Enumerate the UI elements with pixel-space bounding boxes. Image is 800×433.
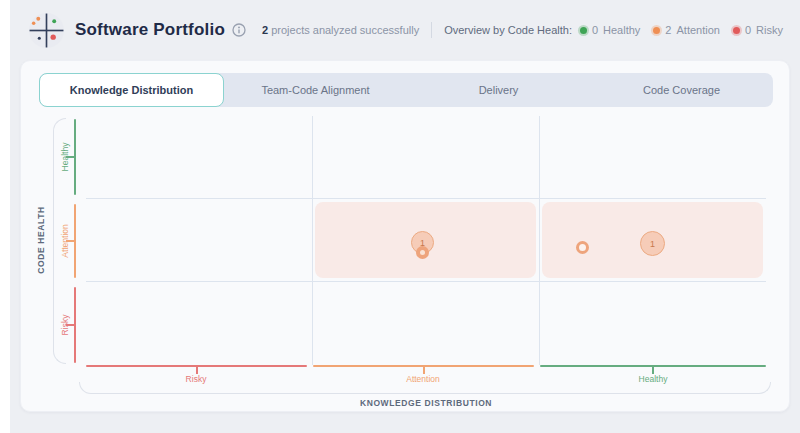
legend-item-healthy[interactable]: 0 Healthy [580,24,640,36]
page-header: Software Portfolio 2 projects analyzed s… [28,10,790,50]
header-divider [431,22,432,38]
x-axis-segment-attention [313,365,534,367]
y-axis-segment-attention [74,204,76,278]
code-health-legend: 0 Healthy 2 Attention 0 Risky [580,24,783,36]
left-edge-strip [0,0,10,433]
x-axis-title: KNOWLEDGE DISTRIBUTION [360,398,492,408]
project-dot-attention[interactable] [416,246,429,259]
legend-healthy-count: 0 [592,24,598,36]
legend-risky-count: 0 [745,24,751,36]
portfolio-card: Knowledge Distribution Team-Code Alignme… [20,60,790,412]
legend-healthy-label: Healthy [603,24,640,36]
page-title: Software Portfolio [75,20,225,40]
projects-count-text: projects analyzed successfully [271,24,419,36]
project-bubble-healthy[interactable]: 1 [640,231,665,256]
y-axis-segment-healthy [74,119,76,195]
y-axis-title: CODE HEALTH [36,206,46,273]
legend-risky-label: Risky [756,24,783,36]
y-axis-label-risky: Risky [60,315,70,336]
attention-dot-icon [653,27,660,34]
projects-analyzed-status: 2 projects analyzed successfully [262,24,419,36]
legend-attention-label: Attention [676,24,719,36]
legend-item-risky[interactable]: 0 Risky [733,24,783,36]
risky-dot-icon [733,27,740,34]
grid-vline-2 [539,116,540,365]
knowledge-distribution-matrix: 1 1 CODE HEALTH Healthy Attention Risky … [21,61,789,411]
x-axis-segment-healthy [540,365,766,367]
healthy-dot-icon [580,27,587,34]
y-axis-label-attention: Attention [60,224,70,258]
x-axis-bracket [79,382,771,394]
grid-vline-1 [312,116,313,365]
overview-label: Overview by Code Health: [444,24,572,36]
grid-hline-1 [86,198,766,199]
projects-count: 2 [262,24,268,36]
x-axis-segment-risky [86,365,307,367]
codescene-logo-icon [28,12,65,49]
legend-attention-count: 2 [665,24,671,36]
y-axis-segment-risky [74,287,76,363]
legend-item-attention[interactable]: 2 Attention [653,24,720,36]
project-ring-dot-healthy[interactable] [576,241,589,254]
grid-hline-2 [86,281,766,282]
info-icon[interactable] [232,23,246,37]
y-axis-label-healthy: Healthy [60,143,70,172]
